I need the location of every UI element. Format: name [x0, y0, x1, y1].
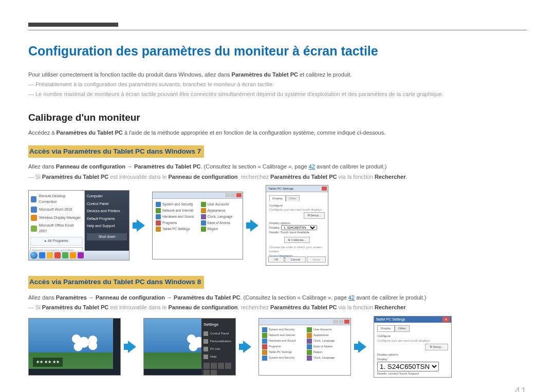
win7-note: Si Paramètres du Tablet PC est introuvab… [28, 173, 527, 181]
header-bar [28, 21, 527, 29]
arrow-right-icon [243, 341, 251, 353]
subhead-win8: Accès via Paramètres du Tablet PC dans W… [28, 276, 204, 288]
win7-flow: Remote Desktop Connection Microsoft Word… [28, 185, 527, 266]
win8-flow: ★★ ★★ ★★ Settings Control Panel Personal… [28, 316, 527, 378]
page-title: Configuration des paramètres du moniteur… [28, 42, 527, 61]
page-link-42b[interactable]: 42 [348, 294, 355, 301]
screenshot-win7-control-panel: System and Security User Accounts Networ… [152, 192, 243, 259]
intro-note-1: Préalablement à la configuration des par… [28, 80, 527, 89]
win8-note: Si Paramètres du Tablet PC est introuvab… [28, 303, 527, 312]
arrow-right-icon [128, 341, 136, 353]
screenshot-win8-desktop: ★★ ★★ ★★ [28, 318, 121, 376]
intro-line: Pour utiliser correctement la fonction t… [28, 70, 527, 79]
section-heading: Calibrage d'un moniteur [28, 110, 527, 125]
intro-note-2: Le nombre maximal de moniteurs à écran t… [28, 90, 527, 99]
screenshot-win7-start: Remote Desktop Connection Microsoft Word… [28, 190, 130, 260]
header-rule [28, 30, 527, 30]
subhead-win7: Accès via Paramètres du Tablet PC dans W… [28, 145, 204, 158]
arrow-right-icon [358, 341, 366, 353]
win8-instruction: Allez dans Paramètres → Panneau de confi… [28, 293, 527, 302]
screenshot-win7-tablet-settings: Tablet PC Settings DisplayOther Configur… [266, 185, 328, 266]
page-number: 41 [28, 383, 527, 393]
section-intro: Accédez à Paramètres du Tablet PC à l'ai… [28, 128, 527, 137]
screenshot-win8-control-panel: System and Security User Accounts Networ… [258, 318, 351, 376]
page-link-42[interactable]: 42 [309, 163, 315, 170]
arrow-right-icon [137, 219, 145, 232]
arrow-right-icon [250, 219, 258, 232]
screenshot-win8-charms: Settings Control Panel Personalization P… [143, 318, 236, 376]
win7-instruction: Allez dans Panneau de configuration → Pa… [28, 162, 527, 171]
screenshot-win8-tablet-settings: Tablet PC Settings✕ DisplayOther Configu… [374, 316, 452, 378]
